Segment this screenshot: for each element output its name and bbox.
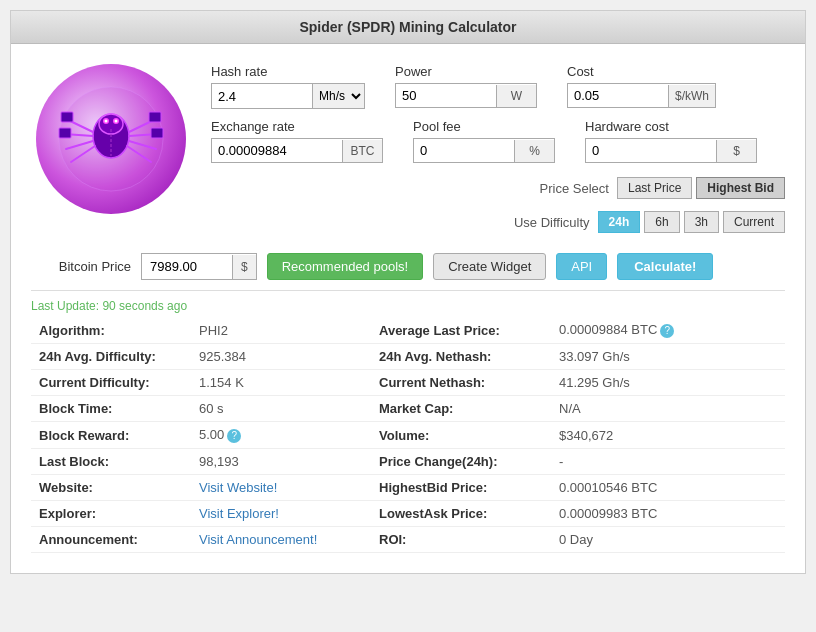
- table-row: Last Block:98,193Price Change(24h):-: [31, 449, 785, 475]
- page-title: Spider (SPDR) Mining Calculator: [299, 19, 516, 35]
- stat-left-value: 925.384: [191, 344, 371, 370]
- table-row: Website:Visit Website!HighestBid Price:0…: [31, 475, 785, 501]
- difficulty-24h-button[interactable]: 24h: [598, 211, 641, 233]
- stat-right-label: Market Cap:: [371, 396, 551, 422]
- bitcoin-price-row: Bitcoin Price $ Recommended pools! Creat…: [11, 243, 805, 290]
- stat-left-value[interactable]: Visit Announcement!: [191, 527, 371, 553]
- cost-group: Cost $/kWh: [567, 64, 716, 109]
- stat-left-label: Current Difficulty:: [31, 370, 191, 396]
- pool-fee-input-wrapper: %: [413, 138, 555, 163]
- stat-right-label: 24h Avg. Nethash:: [371, 344, 551, 370]
- create-widget-button[interactable]: Create Widget: [433, 253, 546, 280]
- price-select-row: Price Select Last Price Highest Bid: [211, 177, 785, 199]
- price-select-label: Price Select: [540, 181, 609, 196]
- highest-bid-button[interactable]: Highest Bid: [696, 177, 785, 199]
- hashrate-unit-select[interactable]: Mh/s Gh/s Kh/s: [312, 84, 364, 108]
- pool-fee-input[interactable]: [414, 139, 514, 162]
- stat-right-value: 0.00009983 BTC: [551, 501, 785, 527]
- difficulty-current-button[interactable]: Current: [723, 211, 785, 233]
- table-row: Current Difficulty:1.154 KCurrent Nethas…: [31, 370, 785, 396]
- stat-right-label: Average Last Price:: [371, 317, 551, 344]
- stat-right-value: 0.00009884 BTC?: [551, 317, 785, 344]
- stat-left-value: 60 s: [191, 396, 371, 422]
- logo-circle: [36, 64, 186, 214]
- svg-rect-16: [59, 128, 71, 138]
- stat-left-label: Explorer:: [31, 501, 191, 527]
- hardware-cost-input[interactable]: [586, 139, 716, 162]
- stat-left-label: Website:: [31, 475, 191, 501]
- table-row: Explorer:Visit Explorer!LowestAsk Price:…: [31, 501, 785, 527]
- stat-left-label: Last Block:: [31, 449, 191, 475]
- calculate-button[interactable]: Calculate!: [617, 253, 713, 280]
- recommended-pools-button[interactable]: Recommended pools!: [267, 253, 423, 280]
- stat-link[interactable]: Visit Explorer!: [199, 506, 279, 521]
- stat-right-label: Price Change(24h):: [371, 449, 551, 475]
- pool-fee-unit: %: [514, 140, 554, 162]
- pool-fee-label: Pool fee: [413, 119, 555, 134]
- stat-right-value: 33.097 Gh/s: [551, 344, 785, 370]
- cost-label: Cost: [567, 64, 716, 79]
- stat-right-value: 41.295 Gh/s: [551, 370, 785, 396]
- price-select-buttons: Last Price Highest Bid: [617, 177, 785, 199]
- last-update: Last Update: 90 seconds ago: [11, 291, 805, 317]
- main-container: Spider (SPDR) Mining Calculator: [10, 10, 806, 574]
- difficulty-3h-button[interactable]: 3h: [684, 211, 719, 233]
- info-icon[interactable]: ?: [227, 429, 241, 443]
- stat-left-value[interactable]: Visit Explorer!: [191, 501, 371, 527]
- bitcoin-price-label: Bitcoin Price: [31, 259, 131, 274]
- hardware-cost-group: Hardware cost $: [585, 119, 757, 163]
- svg-rect-17: [149, 112, 161, 122]
- stat-right-value: $340,672: [551, 422, 785, 449]
- hardware-cost-input-wrapper: $: [585, 138, 757, 163]
- stat-left-value[interactable]: Visit Website!: [191, 475, 371, 501]
- last-price-button[interactable]: Last Price: [617, 177, 692, 199]
- exchange-rate-input-wrapper: BTC: [211, 138, 383, 163]
- hashrate-input-wrapper: Mh/s Gh/s Kh/s: [211, 83, 365, 109]
- stats-table-wrapper: Algorithm:PHI2Average Last Price:0.00009…: [11, 317, 805, 573]
- stat-left-label: Announcement:: [31, 527, 191, 553]
- exchange-rate-group: Exchange rate BTC: [211, 119, 383, 163]
- stat-right-label: HighestBid Price:: [371, 475, 551, 501]
- spider-icon: [56, 84, 166, 194]
- stat-right-label: LowestAsk Price:: [371, 501, 551, 527]
- power-input[interactable]: [396, 84, 496, 107]
- stat-left-value: 1.154 K: [191, 370, 371, 396]
- stat-link[interactable]: Visit Website!: [199, 480, 277, 495]
- bitcoin-price-input[interactable]: [142, 254, 232, 279]
- power-label: Power: [395, 64, 537, 79]
- bitcoin-price-unit: $: [232, 255, 256, 279]
- stat-right-value: -: [551, 449, 785, 475]
- cost-unit: $/kWh: [668, 85, 715, 107]
- use-difficulty-label: Use Difficulty: [514, 215, 590, 230]
- power-input-wrapper: W: [395, 83, 537, 108]
- fields-section: Hash rate Mh/s Gh/s Kh/s Power W: [211, 64, 785, 233]
- stat-left-label: Block Reward:: [31, 422, 191, 449]
- difficulty-6h-button[interactable]: 6h: [644, 211, 679, 233]
- hashrate-label: Hash rate: [211, 64, 365, 79]
- svg-point-5: [105, 120, 108, 123]
- stat-left-value: 5.00?: [191, 422, 371, 449]
- stat-right-value: 0 Day: [551, 527, 785, 553]
- svg-point-6: [115, 120, 118, 123]
- hashrate-input[interactable]: [212, 85, 312, 108]
- bitcoin-price-input-wrapper: $: [141, 253, 257, 280]
- table-row: Algorithm:PHI2Average Last Price:0.00009…: [31, 317, 785, 344]
- api-button[interactable]: API: [556, 253, 607, 280]
- stat-right-label: Volume:: [371, 422, 551, 449]
- power-unit: W: [496, 85, 536, 107]
- stat-left-label: Block Time:: [31, 396, 191, 422]
- table-row: 24h Avg. Difficulty:925.38424h Avg. Neth…: [31, 344, 785, 370]
- title-bar: Spider (SPDR) Mining Calculator: [11, 11, 805, 44]
- info-icon[interactable]: ?: [660, 324, 674, 338]
- pool-fee-group: Pool fee %: [413, 119, 555, 163]
- hashrate-group: Hash rate Mh/s Gh/s Kh/s: [211, 64, 365, 109]
- exchange-rate-input[interactable]: [212, 139, 342, 162]
- exchange-rate-label: Exchange rate: [211, 119, 383, 134]
- fields-row-1: Hash rate Mh/s Gh/s Kh/s Power W: [211, 64, 785, 109]
- difficulty-buttons: 24h 6h 3h Current: [598, 211, 785, 233]
- stat-link[interactable]: Visit Announcement!: [199, 532, 317, 547]
- stat-right-label: Current Nethash:: [371, 370, 551, 396]
- svg-rect-15: [61, 112, 73, 122]
- stat-left-value: 98,193: [191, 449, 371, 475]
- cost-input[interactable]: [568, 84, 668, 107]
